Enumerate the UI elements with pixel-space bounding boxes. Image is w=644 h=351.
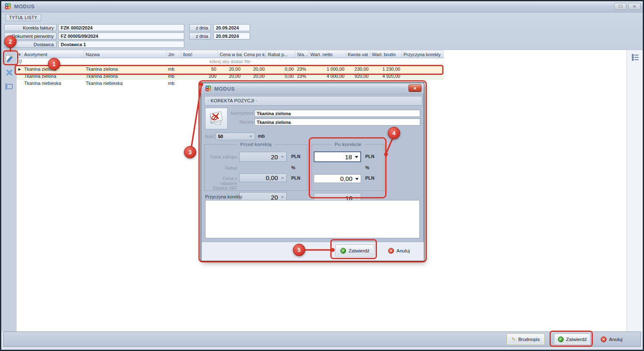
cell[interactable]: mb xyxy=(166,80,181,87)
window-title: MODUS xyxy=(14,4,35,10)
quantity-value: 50 xyxy=(218,134,223,139)
column-header[interactable]: Wart. brutto xyxy=(370,51,402,58)
bottom-bar xyxy=(3,331,641,347)
value: 0,00 xyxy=(340,175,352,182)
confirm-button-dialog[interactable]: ✓ Zatwierdź xyxy=(335,245,374,257)
edit-row-button[interactable] xyxy=(4,53,14,63)
column-header[interactable]: Kwota vat xyxy=(346,51,370,58)
source-document-label: Dokument pierwotny xyxy=(4,32,57,40)
value: 20 xyxy=(271,194,278,201)
select-area-button[interactable] xyxy=(4,82,14,91)
cell[interactable]: 20,00 xyxy=(218,66,242,73)
cell[interactable] xyxy=(402,66,443,73)
column-header[interactable]: ✳ xyxy=(17,51,22,58)
dialog-close-button[interactable]: ✕ xyxy=(409,84,421,92)
column-header[interactable]: Cena po k... xyxy=(242,51,266,58)
reason-label: Przyczyna korekty xyxy=(205,194,242,199)
column-header[interactable]: Sta... xyxy=(295,51,309,58)
cell[interactable]: Tkanina niebieska xyxy=(84,80,166,87)
cell[interactable]: 230,00 xyxy=(346,66,370,73)
column-header[interactable]: Nazwa xyxy=(84,51,166,58)
name-label: Nazwa xyxy=(225,119,253,124)
cell[interactable]: 200 xyxy=(181,73,218,80)
column-header[interactable]: Asortyment xyxy=(22,51,84,58)
cell[interactable]: mb xyxy=(166,66,181,73)
discount-after-combo[interactable]: 0,00 xyxy=(314,174,361,183)
before-correction-legend: Przed korektą xyxy=(237,142,274,147)
cell[interactable]: 0,00 xyxy=(266,73,295,80)
cell[interactable]: 23% xyxy=(295,66,309,73)
cell[interactable] xyxy=(402,73,443,80)
date-label-2: z dnia xyxy=(189,32,211,40)
cell[interactable]: 1 000,00 xyxy=(309,66,346,73)
cell[interactable]: Tkanina niebieska xyxy=(22,80,84,87)
invoice-correction-field[interactable]: FZK 0002/2024 xyxy=(58,24,184,31)
date-label-1: z dnia xyxy=(189,24,211,31)
cancel-button-dialog[interactable]: ✕ Anuluj xyxy=(388,247,410,254)
cell[interactable]: 20,00 xyxy=(218,73,242,80)
cancel-button-main[interactable]: ✕ Anuluj xyxy=(601,336,622,343)
x-icon: ✕ xyxy=(601,336,607,342)
chevron-down-icon xyxy=(281,196,284,198)
discount-before-combo[interactable]: 0,00 xyxy=(239,173,287,182)
cell[interactable]: Tkanina zielona xyxy=(22,66,84,73)
column-chooser-icon[interactable] xyxy=(630,52,640,62)
cell[interactable]: Tkanina zielona xyxy=(84,73,166,80)
cell[interactable]: Tkanina zielona xyxy=(22,73,84,80)
table-row[interactable]: Tkanina zielona Tkanina zielona mb 200 2… xyxy=(17,73,443,80)
restore-icon xyxy=(619,5,622,8)
draft-button[interactable]: ✎ Brudnopis xyxy=(507,334,545,345)
cell[interactable]: 920,00 xyxy=(346,73,370,80)
cancel-button-label: Anuluj xyxy=(396,248,410,253)
quantity-combo[interactable]: 50 xyxy=(215,133,255,140)
percent-unit: % xyxy=(291,165,295,170)
column-header[interactable]: Jm xyxy=(166,51,181,58)
reason-textarea[interactable] xyxy=(205,200,420,238)
filter-hint[interactable]: kliknij aby dodać filtr xyxy=(17,58,443,65)
discount-label: Rabat xyxy=(205,166,237,171)
chevron-down-icon xyxy=(249,136,253,138)
column-header[interactable]: Ilość xyxy=(181,51,218,58)
correction-item-icon xyxy=(205,108,228,129)
check-icon: ✓ xyxy=(558,336,564,342)
date-field-2[interactable]: 20.09.2024 xyxy=(213,32,250,40)
cell[interactable]: 0,00 xyxy=(266,66,295,73)
grid-filter-row[interactable]: kliknij aby dodać filtr xyxy=(17,58,443,66)
source-document-field[interactable]: FZ 00005/09/2024 xyxy=(58,32,184,40)
delete-row-button[interactable] xyxy=(4,67,14,77)
purchase-price-before-combo[interactable]: 20 xyxy=(239,152,287,162)
column-header[interactable]: Przyczyna korekty xyxy=(402,51,443,58)
column-header[interactable]: Wart. netto xyxy=(309,51,346,58)
date-field-1[interactable]: 20.09.2024 xyxy=(213,24,250,31)
after-correction-group: Po korekcie 18 PLN 0,00 % 18 PLN 23% xyxy=(312,142,384,191)
column-header[interactable]: Cena w ba... xyxy=(218,51,242,58)
cell[interactable]: 4 920,00 xyxy=(370,73,402,80)
before-correction-group: Przed korektą Cena zakupu 20 PLN Rabat 0… xyxy=(204,142,307,191)
cell[interactable]: Tkanina zielona xyxy=(84,66,166,73)
assortment-field[interactable]: Tkanina zielona xyxy=(255,110,420,117)
confirm-button-main[interactable]: ✓ Zatwierdź xyxy=(554,334,590,345)
purchase-price-after-combo[interactable]: 18 xyxy=(314,151,361,162)
supplier-field[interactable]: Dostawca 1 xyxy=(58,41,184,48)
value: 18 xyxy=(345,153,352,161)
row-marker xyxy=(17,73,22,80)
chevron-down-icon xyxy=(281,156,284,158)
app-logo-icon xyxy=(205,85,211,92)
cell[interactable]: 20,00 xyxy=(242,66,266,73)
check-icon: ✓ xyxy=(340,248,346,254)
currency-unit: PLN xyxy=(365,154,374,159)
cell[interactable]: mb xyxy=(166,73,181,80)
cell[interactable]: 20,00 xyxy=(242,73,266,80)
table-row[interactable]: ▶ Tkanina zielona Tkanina zielona mb 50 … xyxy=(17,66,443,73)
cell[interactable]: 23% xyxy=(295,73,309,80)
cell[interactable]: 1 230,00 xyxy=(370,66,402,73)
row-marker: ▶ xyxy=(17,66,22,73)
cell[interactable]: 50 xyxy=(181,66,218,73)
column-header[interactable]: Rabat p... xyxy=(266,51,295,58)
grid-header-row[interactable]: ✳ Asortyment Nazwa Jm Ilość Cena w ba...… xyxy=(17,50,443,58)
name-field[interactable]: Tkanina zielona xyxy=(255,119,420,126)
correction-dialog: MODUS ✕ · KOREKTA POZYCJI · Asortyment T… xyxy=(201,82,424,261)
cell[interactable]: 4 000,00 xyxy=(309,73,346,80)
minimize-button[interactable] xyxy=(614,3,627,10)
close-button[interactable]: ✕ xyxy=(628,3,641,10)
